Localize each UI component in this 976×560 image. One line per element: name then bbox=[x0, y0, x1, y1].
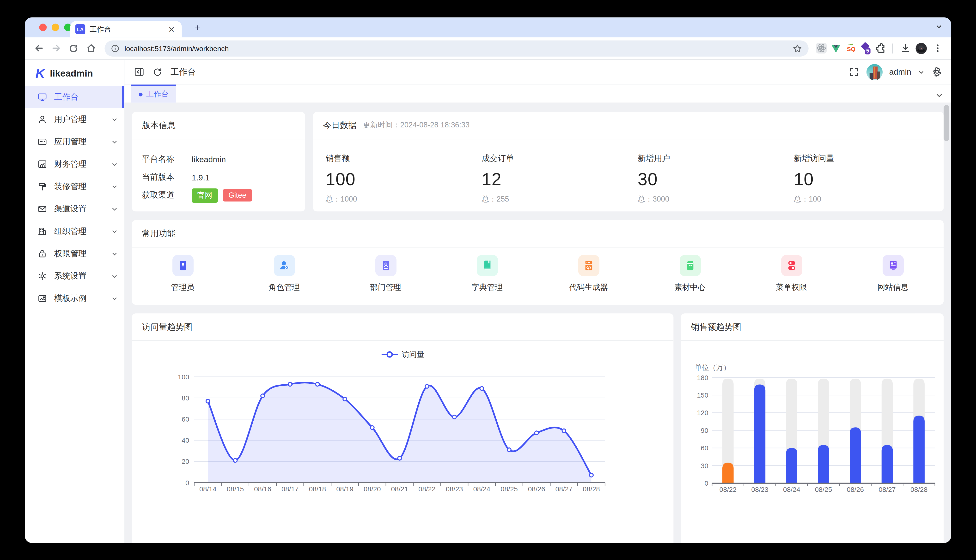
quick-item-素材中心[interactable]: 素材中心 bbox=[639, 255, 740, 293]
user-avatar[interactable] bbox=[866, 64, 882, 80]
app-logo[interactable]: K likeadmin bbox=[25, 60, 124, 86]
stat-成交订单: 成交订单12总：255 bbox=[475, 153, 632, 205]
stat-label: 新增用户 bbox=[638, 153, 787, 164]
svg-text:08/21: 08/21 bbox=[391, 485, 408, 493]
version-row-label: 获取渠道 bbox=[142, 190, 183, 201]
sidebar-item-5[interactable]: 装修管理 bbox=[25, 175, 124, 198]
app-icon bbox=[37, 137, 47, 147]
browser-profile-avatar[interactable] bbox=[915, 42, 928, 55]
material-center-icon bbox=[679, 255, 700, 276]
svg-text:60: 60 bbox=[182, 415, 189, 423]
browser-tabstrip: LA 工作台 ✕ + bbox=[25, 18, 951, 37]
visits-legend[interactable]: 访问量 bbox=[132, 349, 674, 360]
quick-item-label: 字典管理 bbox=[471, 282, 503, 293]
quick-item-菜单权限[interactable]: 菜单权限 bbox=[740, 255, 842, 293]
url-text[interactable]: localhost:5173/admin/workbench bbox=[124, 44, 787, 52]
user-name[interactable]: admin bbox=[889, 67, 911, 77]
new-tab-button[interactable]: + bbox=[191, 22, 204, 35]
quick-item-角色管理[interactable]: 角色管理 bbox=[234, 255, 335, 293]
site-info-icon[interactable] bbox=[111, 44, 119, 53]
svg-text:08/20: 08/20 bbox=[364, 485, 381, 493]
tabbar-chevron-down-icon[interactable] bbox=[936, 90, 943, 102]
extensions-puzzle-icon[interactable] bbox=[874, 42, 887, 55]
url-bar[interactable]: localhost:5173/admin/workbench bbox=[104, 40, 808, 56]
back-icon[interactable] bbox=[31, 41, 46, 56]
quick-item-label: 网站信息 bbox=[877, 282, 909, 293]
tab-search-chevron-icon[interactable] bbox=[936, 23, 943, 31]
sidebar-item-8[interactable]: 权限管理 bbox=[25, 243, 124, 265]
stat-value: 30 bbox=[638, 170, 787, 190]
channel-badge[interactable]: Gitee bbox=[223, 189, 252, 201]
macos-traffic-lights bbox=[39, 23, 72, 31]
downloads-icon[interactable] bbox=[897, 41, 912, 56]
sidebar-item-label: 工作台 bbox=[54, 92, 117, 103]
sales-bar-chart[interactable]: 030609012015018008/2208/2308/2408/2508/2… bbox=[681, 372, 944, 519]
quick-item-代码生成器[interactable]: 代码生成器 bbox=[538, 255, 639, 293]
vue-devtools-extension-icon[interactable] bbox=[830, 42, 842, 55]
version-row: 当前版本1.9.1 bbox=[142, 170, 295, 185]
svg-text:08/25: 08/25 bbox=[500, 485, 518, 493]
version-row-value: 1.9.1 bbox=[192, 173, 210, 182]
sidebar-item-10[interactable]: 模板示例 bbox=[25, 287, 124, 310]
sidebar-item-7[interactable]: 组织管理 bbox=[25, 220, 124, 242]
sidebar-item-1[interactable]: 工作台 bbox=[25, 86, 124, 108]
quick-item-label: 菜单权限 bbox=[776, 282, 807, 293]
user-menu-chevron-icon[interactable] bbox=[918, 68, 924, 75]
sidebar-item-3[interactable]: 应用管理 bbox=[25, 130, 124, 153]
react-devtools-extension-icon[interactable] bbox=[815, 42, 827, 55]
toolbar-divider bbox=[892, 43, 892, 53]
browser-tab[interactable]: LA 工作台 ✕ bbox=[70, 21, 182, 37]
logo-mark-icon: K bbox=[35, 66, 45, 79]
page-scrollbar-thumb[interactable] bbox=[944, 105, 949, 141]
reload-icon[interactable] bbox=[66, 41, 81, 56]
finance-icon bbox=[37, 159, 47, 169]
sidebar-item-label: 系统设置 bbox=[54, 270, 104, 282]
refresh-page-icon[interactable] bbox=[152, 66, 163, 77]
channel-badge[interactable]: 官网 bbox=[192, 188, 218, 203]
quick-item-字典管理[interactable]: 字典管理 bbox=[436, 255, 538, 293]
fullscreen-icon[interactable] bbox=[848, 66, 859, 77]
svg-text:08/14: 08/14 bbox=[199, 485, 216, 493]
settings-icon bbox=[37, 271, 47, 281]
browser-window: LA 工作台 ✕ + local bbox=[25, 18, 951, 543]
sidebar-item-9[interactable]: 系统设置 bbox=[25, 265, 124, 287]
visits-line-chart[interactable]: 02040608010008/1408/1508/1608/1708/1808/… bbox=[132, 366, 674, 512]
stat-新增用户: 新增用户30总：3000 bbox=[632, 153, 787, 205]
sidebar-item-label: 财务管理 bbox=[54, 158, 104, 170]
sidebar-item-label: 用户管理 bbox=[54, 114, 104, 125]
svg-text:30: 30 bbox=[701, 462, 709, 470]
browser-menu-icon[interactable] bbox=[930, 41, 945, 56]
svg-text:08/27: 08/27 bbox=[879, 486, 896, 493]
quick-item-管理员[interactable]: 管理员 bbox=[132, 255, 233, 293]
minimize-window-button[interactable] bbox=[52, 23, 59, 31]
home-icon[interactable] bbox=[84, 41, 98, 56]
collapse-sidebar-icon[interactable] bbox=[133, 66, 145, 77]
forward-icon[interactable] bbox=[48, 41, 64, 56]
sidebar-item-6[interactable]: 渠道设置 bbox=[25, 198, 124, 220]
sidebar-item-4[interactable]: 财务管理 bbox=[25, 153, 124, 175]
code-generator-icon bbox=[578, 255, 599, 276]
svg-text:08/23: 08/23 bbox=[446, 485, 463, 493]
settings-gear-icon[interactable] bbox=[931, 66, 943, 77]
quick-item-label: 代码生成器 bbox=[569, 282, 608, 293]
tab-close-icon[interactable]: ✕ bbox=[166, 25, 177, 34]
department-icon bbox=[375, 255, 396, 276]
version-row-label: 平台名称 bbox=[142, 153, 183, 165]
svg-text:08/28: 08/28 bbox=[583, 485, 600, 493]
svg-text:08/24: 08/24 bbox=[783, 486, 800, 493]
stat-label: 销售额 bbox=[326, 153, 476, 164]
quick-item-部门管理[interactable]: 部门管理 bbox=[335, 255, 436, 293]
sq-extension-icon[interactable]: SQ bbox=[845, 42, 857, 55]
quick-item-网站信息[interactable]: 网站信息 bbox=[842, 255, 944, 293]
sidebar-item-2[interactable]: 用户管理 bbox=[25, 108, 124, 130]
svg-text:150: 150 bbox=[697, 391, 709, 399]
view-tab-workbench[interactable]: 工作台 bbox=[131, 85, 176, 102]
stat-value: 100 bbox=[326, 170, 476, 190]
svg-text:08/15: 08/15 bbox=[227, 485, 244, 493]
visits-trend-card: 访问量趋势图 访问量 02040608010008/1408/1508/1608… bbox=[132, 313, 674, 543]
close-window-button[interactable] bbox=[39, 23, 47, 31]
purple-badge-extension-icon[interactable]: 5 bbox=[859, 42, 872, 55]
version-card-title: 版本信息 bbox=[142, 120, 175, 131]
bookmark-star-icon[interactable] bbox=[792, 43, 802, 53]
visits-chart-title: 访问量趋势图 bbox=[142, 321, 192, 333]
